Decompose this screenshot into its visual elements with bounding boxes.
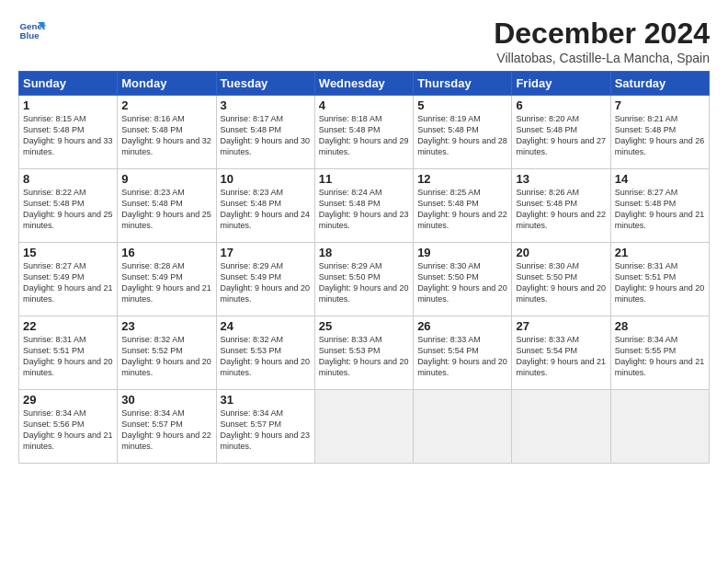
calendar-week-2: 8Sunrise: 8:22 AMSunset: 5:48 PMDaylight… [19, 169, 710, 243]
day-info: Sunrise: 8:19 AMSunset: 5:48 PMDaylight:… [417, 114, 507, 156]
calendar-cell: 27Sunrise: 8:33 AMSunset: 5:54 PMDayligh… [512, 316, 610, 390]
day-number: 12 [417, 172, 507, 186]
day-number: 24 [221, 319, 311, 333]
col-sunday: Sunday [19, 72, 118, 96]
day-info: Sunrise: 8:21 AMSunset: 5:48 PMDaylight:… [615, 114, 705, 156]
day-number: 2 [121, 98, 211, 112]
calendar-cell: 15Sunrise: 8:27 AMSunset: 5:49 PMDayligh… [19, 243, 118, 316]
calendar-cell: 19Sunrise: 8:30 AMSunset: 5:50 PMDayligh… [414, 243, 512, 316]
day-number: 3 [221, 98, 311, 112]
day-info: Sunrise: 8:18 AMSunset: 5:48 PMDaylight:… [319, 114, 409, 156]
day-number: 22 [23, 319, 113, 333]
col-monday: Monday [118, 72, 216, 96]
calendar-week-5: 29Sunrise: 8:34 AMSunset: 5:56 PMDayligh… [19, 390, 710, 464]
day-info: Sunrise: 8:26 AMSunset: 5:48 PMDaylight:… [516, 188, 606, 230]
day-number: 16 [121, 246, 211, 259]
day-info: Sunrise: 8:27 AMSunset: 5:48 PMDaylight:… [615, 188, 705, 230]
day-number: 31 [221, 393, 311, 407]
day-info: Sunrise: 8:33 AMSunset: 5:54 PMDaylight:… [417, 335, 507, 377]
day-info: Sunrise: 8:34 AMSunset: 5:56 PMDaylight:… [23, 408, 113, 451]
calendar-week-3: 15Sunrise: 8:27 AMSunset: 5:49 PMDayligh… [19, 243, 710, 316]
col-wednesday: Wednesday [314, 72, 413, 96]
day-number: 7 [615, 98, 705, 112]
day-info: Sunrise: 8:34 AMSunset: 5:57 PMDaylight:… [221, 408, 311, 451]
calendar-cell: 5Sunrise: 8:19 AMSunset: 5:48 PMDaylight… [414, 96, 512, 169]
calendar-cell: 21Sunrise: 8:31 AMSunset: 5:51 PMDayligh… [610, 243, 709, 316]
calendar-week-1: 1Sunrise: 8:15 AMSunset: 5:48 PMDaylight… [19, 96, 710, 169]
day-number: 14 [615, 172, 705, 186]
calendar-cell: 31Sunrise: 8:34 AMSunset: 5:57 PMDayligh… [216, 390, 314, 464]
col-tuesday: Tuesday [216, 72, 314, 96]
calendar-cell: 14Sunrise: 8:27 AMSunset: 5:48 PMDayligh… [610, 169, 709, 243]
calendar-cell: 11Sunrise: 8:24 AMSunset: 5:48 PMDayligh… [314, 169, 413, 243]
title-block: December 2024 Villatobas, Castille-La Ma… [494, 17, 710, 65]
day-number: 17 [221, 246, 311, 259]
day-info: Sunrise: 8:23 AMSunset: 5:48 PMDaylight:… [121, 188, 211, 230]
day-number: 20 [516, 246, 606, 259]
day-number: 18 [319, 246, 409, 259]
calendar-cell: 25Sunrise: 8:33 AMSunset: 5:53 PMDayligh… [314, 316, 413, 390]
day-info: Sunrise: 8:17 AMSunset: 5:48 PMDaylight:… [221, 114, 311, 156]
calendar-header-row: Sunday Monday Tuesday Wednesday Thursday… [19, 72, 710, 96]
calendar-cell: 9Sunrise: 8:23 AMSunset: 5:48 PMDaylight… [118, 169, 216, 243]
calendar-table: Sunday Monday Tuesday Wednesday Thursday… [18, 71, 710, 464]
day-info: Sunrise: 8:34 AMSunset: 5:55 PMDaylight:… [615, 335, 705, 377]
day-info: Sunrise: 8:20 AMSunset: 5:48 PMDaylight:… [516, 114, 606, 156]
page-title: December 2024 [494, 17, 710, 51]
calendar-cell: 28Sunrise: 8:34 AMSunset: 5:55 PMDayligh… [610, 316, 709, 390]
calendar-cell: 29Sunrise: 8:34 AMSunset: 5:56 PMDayligh… [19, 390, 118, 464]
day-number: 6 [516, 98, 606, 112]
day-number: 25 [319, 319, 409, 333]
day-info: Sunrise: 8:33 AMSunset: 5:54 PMDaylight:… [516, 335, 606, 377]
day-info: Sunrise: 8:27 AMSunset: 5:49 PMDaylight:… [23, 261, 113, 304]
day-info: Sunrise: 8:32 AMSunset: 5:53 PMDaylight:… [221, 335, 311, 377]
calendar-cell [314, 390, 413, 464]
calendar-cell: 3Sunrise: 8:17 AMSunset: 5:48 PMDaylight… [216, 96, 314, 169]
calendar-cell: 1Sunrise: 8:15 AMSunset: 5:48 PMDaylight… [19, 96, 118, 169]
logo: General Blue [18, 17, 46, 44]
day-number: 19 [417, 246, 507, 259]
calendar-cell: 20Sunrise: 8:30 AMSunset: 5:50 PMDayligh… [512, 243, 610, 316]
day-info: Sunrise: 8:33 AMSunset: 5:53 PMDaylight:… [319, 335, 409, 377]
calendar-cell: 6Sunrise: 8:20 AMSunset: 5:48 PMDaylight… [512, 96, 610, 169]
day-info: Sunrise: 8:30 AMSunset: 5:50 PMDaylight:… [417, 261, 507, 304]
calendar-cell [610, 390, 709, 464]
day-info: Sunrise: 8:31 AMSunset: 5:51 PMDaylight:… [615, 261, 705, 304]
day-info: Sunrise: 8:16 AMSunset: 5:48 PMDaylight:… [121, 114, 211, 156]
calendar-cell [512, 390, 610, 464]
calendar-cell: 8Sunrise: 8:22 AMSunset: 5:48 PMDaylight… [19, 169, 118, 243]
day-number: 4 [319, 98, 409, 112]
col-thursday: Thursday [414, 72, 512, 96]
day-number: 23 [121, 319, 211, 333]
calendar-cell: 16Sunrise: 8:28 AMSunset: 5:49 PMDayligh… [118, 243, 216, 316]
day-number: 28 [615, 319, 705, 333]
day-number: 1 [23, 98, 113, 112]
day-info: Sunrise: 8:28 AMSunset: 5:49 PMDaylight:… [121, 261, 211, 304]
day-info: Sunrise: 8:25 AMSunset: 5:48 PMDaylight:… [417, 188, 507, 230]
day-info: Sunrise: 8:22 AMSunset: 5:48 PMDaylight:… [23, 188, 113, 230]
calendar-cell: 10Sunrise: 8:23 AMSunset: 5:48 PMDayligh… [216, 169, 314, 243]
day-info: Sunrise: 8:31 AMSunset: 5:51 PMDaylight:… [23, 335, 113, 377]
day-number: 21 [615, 246, 705, 259]
day-number: 5 [417, 98, 507, 112]
calendar-cell: 12Sunrise: 8:25 AMSunset: 5:48 PMDayligh… [414, 169, 512, 243]
day-number: 30 [121, 393, 211, 407]
calendar-cell: 18Sunrise: 8:29 AMSunset: 5:50 PMDayligh… [314, 243, 413, 316]
calendar-cell: 23Sunrise: 8:32 AMSunset: 5:52 PMDayligh… [118, 316, 216, 390]
calendar-cell: 30Sunrise: 8:34 AMSunset: 5:57 PMDayligh… [118, 390, 216, 464]
calendar-cell: 26Sunrise: 8:33 AMSunset: 5:54 PMDayligh… [414, 316, 512, 390]
day-number: 29 [23, 393, 113, 407]
day-number: 26 [417, 319, 507, 333]
day-info: Sunrise: 8:32 AMSunset: 5:52 PMDaylight:… [121, 335, 211, 377]
calendar-week-4: 22Sunrise: 8:31 AMSunset: 5:51 PMDayligh… [19, 316, 710, 390]
col-saturday: Saturday [610, 72, 709, 96]
calendar-cell [414, 390, 512, 464]
day-info: Sunrise: 8:23 AMSunset: 5:48 PMDaylight:… [221, 188, 311, 230]
calendar-cell: 4Sunrise: 8:18 AMSunset: 5:48 PMDaylight… [314, 96, 413, 169]
day-number: 9 [121, 172, 211, 186]
page-subtitle: Villatobas, Castille-La Mancha, Spain [494, 51, 710, 65]
calendar-cell: 17Sunrise: 8:29 AMSunset: 5:49 PMDayligh… [216, 243, 314, 316]
calendar-cell: 13Sunrise: 8:26 AMSunset: 5:48 PMDayligh… [512, 169, 610, 243]
day-number: 27 [516, 319, 606, 333]
day-number: 10 [221, 172, 311, 186]
